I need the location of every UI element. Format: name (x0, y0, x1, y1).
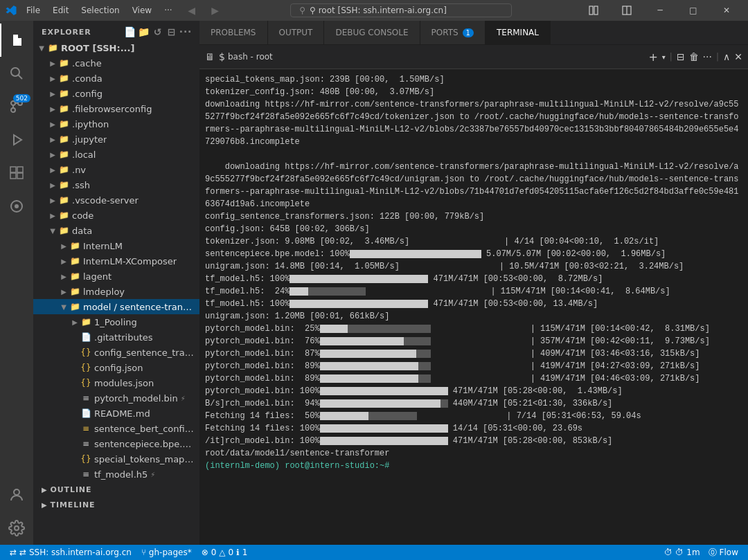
terminal-more-icon[interactable]: ··· (703, 51, 712, 62)
search-box[interactable]: ⚲ ⚲ root [SSH: ssh.intern-ai.org.cn] (290, 3, 512, 17)
tree-ssh[interactable]: ▶📁.ssh (33, 177, 199, 192)
tree-config-json[interactable]: {}config.json (33, 360, 199, 375)
tree-internlm-xcomposer[interactable]: ▶📁InternLM-XComposer (33, 253, 199, 269)
more-actions-icon[interactable]: ··· (180, 26, 191, 37)
tree-internlm[interactable]: ▶📁InternLM (33, 238, 199, 253)
tab-terminal[interactable]: TERMINAL (486, 21, 551, 44)
tree-jupyter[interactable]: ▶📁.jupyter (33, 132, 199, 147)
activity-run-debug[interactable] (0, 123, 33, 156)
tree-sentence-transf[interactable]: ▼📁model / sentence-transf... (33, 299, 199, 314)
tree-modules-json[interactable]: {}modules.json (33, 375, 199, 390)
tree-nv[interactable]: ▶📁.nv (33, 162, 199, 177)
outline-section[interactable]: ▶OUTLINE (33, 482, 199, 497)
tree-vscode-server[interactable]: ▶📁.vscode-server (33, 192, 199, 208)
svg-rect-12 (17, 173, 23, 179)
svg-line-5 (19, 75, 23, 80)
tree-cache[interactable]: ▶📁.cache (33, 55, 199, 71)
menu-edit[interactable]: Edit (47, 4, 74, 17)
tree-config-sentence[interactable]: {}config_sentence_trans... (33, 345, 199, 360)
status-branch[interactable]: ⑂ gh-pages* (137, 545, 196, 560)
split-terminal-icon[interactable]: ⊟ (677, 51, 685, 62)
tree-ipython[interactable]: ▶📁.ipython (33, 116, 199, 132)
ports-badge: 1 (463, 28, 474, 37)
sidebar-actions: 📄 📁 ↺ ⊟ ··· (125, 26, 191, 37)
tab-problems[interactable]: PROBLEMS (199, 21, 268, 44)
tree-lagent[interactable]: ▶📁lagent (33, 269, 199, 284)
tree-special-tokens-map[interactable]: {}special_tokens_map.js... (33, 451, 199, 467)
term-line-itrch-100: /it]rch_model.bin: 100% 471M/471M [05:28… (205, 435, 742, 447)
status-remote[interactable]: ⇄ ⇄ SSH: ssh.intern-ai.org.cn (6, 545, 136, 560)
activity-settings[interactable] (0, 512, 33, 545)
term-line-pytorch-87: pytorch_model.bin: 87% | 409M/471M [03:4… (205, 347, 742, 360)
bash-icon: $ (219, 51, 225, 62)
sidebar: EXPLORER 📄 📁 ↺ ⊟ ··· ▼ 📁 ROOT [SSH:...] … (33, 21, 199, 545)
terminal-shell-icon: 🖥 (205, 51, 215, 62)
layout-icon (589, 6, 598, 15)
svg-rect-0 (589, 6, 593, 15)
status-errors[interactable]: ⊗ 0 △ 0 ℹ 1 (197, 545, 252, 560)
tree-lmdeploy[interactable]: ▶📁lmdeploy (33, 284, 199, 299)
tree-pytorch-model-bin[interactable]: ≡pytorch_model.bin⚡ (33, 390, 199, 406)
tree-conda[interactable]: ▶📁.conda (33, 71, 199, 86)
tree-tf-model-h5[interactable]: ≡tf_model.h5⚡ (33, 467, 199, 482)
term-line-tfmodel-24: tf_model.h5: 24% | 115M/471M [00:14<00:4… (205, 285, 742, 298)
terminal-close-icon[interactable]: ✕ (734, 51, 742, 62)
tree-readme-md[interactable]: 📄README.md (33, 406, 199, 421)
maximize-button[interactable]: □ (677, 0, 709, 21)
sidebar-title: EXPLORER (42, 28, 91, 37)
tab-ports[interactable]: PORTS 1 (420, 21, 486, 44)
term-line-1: special_tokens_map.json: 239B [00:00, 1.… (205, 73, 742, 86)
activity-source-control[interactable]: 502 (0, 90, 33, 123)
new-folder-icon[interactable]: 📁 (139, 26, 150, 37)
terminal-output[interactable]: special_tokens_map.json: 239B [00:00, 1.… (199, 69, 748, 545)
tree-data[interactable]: ▼📁data (33, 223, 199, 238)
tree-gitattributes[interactable]: 📄.gitattributes (33, 329, 199, 345)
timeline-section[interactable]: ▶TIMELINE (33, 497, 199, 512)
layout-toggle[interactable] (578, 0, 609, 21)
menu-file[interactable]: File (21, 4, 46, 17)
tree-code[interactable]: ▶📁code (33, 208, 199, 223)
new-file-icon[interactable]: 📄 (125, 26, 136, 37)
menu-selection[interactable]: Selection (75, 4, 125, 17)
activity-extensions[interactable] (0, 156, 33, 190)
nav-back-button[interactable]: ◀ (182, 2, 202, 19)
branch-icon: ⑂ (141, 548, 146, 557)
split-editor[interactable] (611, 0, 643, 21)
status-bar: ⇄ ⇄ SSH: ssh.intern-ai.org.cn ⑂ gh-pages… (0, 545, 748, 560)
add-terminal-icon[interactable]: + (648, 51, 657, 64)
tab-terminal-label: TERMINAL (497, 28, 539, 37)
tree-root[interactable]: ▼ 📁 ROOT [SSH:...] (33, 40, 199, 55)
nav-forward-button[interactable]: ▶ (206, 2, 225, 19)
minimize-button[interactable]: ─ (644, 0, 676, 21)
terminal-maximize-icon[interactable]: ∧ (723, 51, 730, 62)
term-line-path: root/data/model1/sentence-transformer (205, 447, 742, 460)
tree-local[interactable]: ▶📁.local (33, 147, 199, 162)
activity-bar: 502 (0, 21, 33, 545)
tab-debug-console[interactable]: DEBUG CONSOLE (324, 21, 420, 44)
status-flow[interactable]: ⓪ Flow (704, 545, 742, 560)
collapse-all-icon[interactable]: ⊟ (166, 26, 177, 37)
refresh-icon[interactable]: ↺ (152, 26, 163, 37)
close-button[interactable]: ✕ (711, 0, 742, 21)
remote-icon (8, 198, 25, 215)
status-time[interactable]: ⏱ ⏱ 1m (660, 545, 704, 560)
term-line-unigram: unigram.json: 14.8MB [00:14, 1.05MB/s] |… (205, 260, 742, 273)
terminal-dropdown-icon[interactable]: ▾ (662, 53, 666, 61)
activity-explorer[interactable] (0, 24, 33, 57)
activity-account[interactable] (0, 478, 33, 512)
svg-point-17 (15, 526, 19, 530)
tab-output[interactable]: OUTPUT (268, 21, 325, 44)
tree-sentencepiece-bpe[interactable]: ≡sentencepiece.bpe.m... (33, 436, 199, 451)
menu-more[interactable]: ··· (159, 4, 177, 17)
term-line-7: config.json: 645B [00:02, 306B/s] (205, 223, 742, 235)
kill-terminal-icon[interactable]: 🗑 (689, 51, 699, 62)
menu-view[interactable]: View (127, 4, 157, 17)
extensions-icon (8, 165, 25, 181)
tree-config-dot[interactable]: ▶📁.config (33, 86, 199, 101)
tree-1-pooling[interactable]: ▶📁1_Pooling (33, 314, 199, 329)
activity-search[interactable] (0, 57, 33, 90)
activity-remote[interactable] (0, 190, 33, 223)
tree-sentence-bert-config[interactable]: ≡sentence_bert_config.j... (33, 421, 199, 436)
tree-filebrowserconfig[interactable]: ▶📁.filebrowserconfig (33, 101, 199, 116)
term-line-fetching-50: Fetching 14 files: 50% | 7/14 [05:31<06:… (205, 410, 742, 422)
